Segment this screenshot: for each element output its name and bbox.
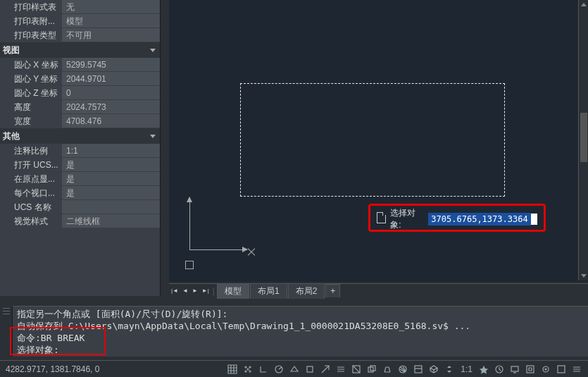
prop-print-style[interactable]: 打印样式表 无 [0,0,160,14]
prop-anno-scale[interactable]: 注释比例 1:1 [0,144,160,158]
customize-icon[interactable] [570,362,584,376]
prop-ucs-name[interactable]: UCS 名称 [0,200,160,214]
svg-rect-12 [511,366,518,371]
category-view[interactable]: 视图 [0,42,160,58]
prop-label: 圆心 X 坐标 [0,58,62,72]
prop-print-type[interactable]: 打印表类型 不可用 [0,28,160,42]
tab-last-icon[interactable]: ►| [200,288,211,294]
hatch-icon[interactable] [396,362,410,376]
prop-print-attach[interactable]: 打印表附... 模型 [0,14,160,28]
polar-icon[interactable] [272,362,286,376]
prop-value[interactable]: 0 [62,86,160,100]
ucs-x-axis-icon [189,249,247,250]
prop-label: 打印表附... [0,14,62,28]
status-scale[interactable]: 1:1 [458,362,475,376]
prop-value[interactable]: 模型 [62,14,160,28]
tab-prev-icon[interactable]: ◄ [180,288,190,294]
tab-model[interactable]: 模型 [217,283,249,299]
osnap-icon[interactable] [303,362,317,376]
prop-center-y[interactable]: 圆心 Y 坐标 2044.9701 [0,72,160,86]
prop-value[interactable]: 是 [62,172,160,186]
tab-add[interactable]: + [325,284,340,297]
prop-label: 每个视口... [0,186,62,200]
command-history-line: 命令:BR BREAK [17,332,584,344]
status-toggles: 1:1 [225,362,588,376]
annovis-icon[interactable] [477,362,491,376]
lineweight-icon[interactable] [334,362,348,376]
prop-label: 注释比例 [0,144,62,158]
prop-value[interactable]: 无 [62,0,160,14]
otrack-icon[interactable] [318,362,332,376]
annoscale-icon[interactable] [442,362,456,376]
tab-next-icon[interactable]: ► [190,288,200,294]
svg-point-1 [249,366,251,368]
svg-rect-16 [558,366,565,373]
command-prompt-line[interactable]: 选择对象: [17,344,584,356]
svg-point-15 [545,369,546,370]
prop-label: 高度 [0,100,62,114]
tab-first-icon[interactable]: |◄ [169,288,180,294]
isodraft-icon[interactable] [287,362,301,376]
prop-value[interactable]: 是 [62,158,160,172]
quickprops-icon[interactable] [411,362,425,376]
prop-value[interactable]: 2044.9701 [62,72,160,86]
prop-label: 打印样式表 [0,0,62,14]
annotation-highlight-tooltip: 选择对象: 3705.6765,1373.3364 [368,204,546,232]
command-history-line: 指定另一个角点或 [面积(A)/尺寸(D)/旋转(R)]: [17,308,584,320]
scroll-down-icon[interactable] [581,274,587,278]
prop-label: UCS 名称 [0,200,62,214]
status-coords[interactable]: 4282.9717, 1381.7846, 0 [0,364,105,374]
dyninput-icon[interactable] [380,362,394,376]
prop-width[interactable]: 宽度 4708.476 [0,114,160,128]
tab-layout1[interactable]: 布局1 [250,283,287,299]
ucs-origin-icon [185,261,194,269]
scroll-up-icon[interactable] [581,3,587,6]
workspace-icon[interactable] [492,362,506,376]
prop-value[interactable]: 1:1 [62,144,160,158]
prop-at-origin[interactable]: 在原点显... 是 [0,172,160,186]
prop-center-x[interactable]: 圆心 X 坐标 5299.5745 [0,58,160,72]
prop-visual-style[interactable]: 视觉样式 二维线框 [0,214,160,228]
scrollbar-vertical[interactable] [578,0,588,280]
isolate-icon[interactable] [539,362,553,376]
prop-label: 在原点显... [0,172,62,186]
prop-label: 圆心 Y 坐标 [0,72,62,86]
dynamic-input-tooltip[interactable]: 选择对象: 3705.6765,1373.3364 [377,211,537,227]
prop-label: 圆心 Z 坐标 [0,86,62,100]
cycling-icon[interactable] [365,362,379,376]
status-bar: 4282.9717, 1381.7846, 0 1:1 [0,360,588,377]
tooltip-prompt: 选择对象: [390,207,424,231]
prop-value[interactable]: 是 [62,186,160,200]
command-history-line: 自动保存到 C:\Users\mayn\AppData\Local\Temp\D… [17,320,584,332]
prop-height[interactable]: 高度 2024.7573 [0,100,160,114]
monitor-icon[interactable] [508,362,522,376]
prop-center-z[interactable]: 圆心 Z 坐标 0 [0,86,160,100]
category-other[interactable]: 其他 [0,128,160,144]
grid-icon[interactable] [225,362,239,376]
ucs-y-axis-icon [189,197,190,249]
prop-per-viewport[interactable]: 每个视口... 是 [0,186,160,200]
prop-label: 宽度 [0,114,62,128]
prop-value[interactable]: 4708.476 [62,114,160,128]
prop-value[interactable]: 不可用 [62,28,160,42]
scroll-thumb[interactable] [580,113,587,162]
transparency-icon[interactable] [349,362,363,376]
command-grip[interactable] [0,306,13,357]
selection-rectangle [240,83,505,197]
prop-value[interactable]: 5299.5745 [62,58,160,72]
folder-icon [377,215,386,223]
tooltip-value[interactable]: 3705.6765,1373.3364 [428,213,530,225]
tab-layout2[interactable]: 布局2 [288,283,325,299]
prop-value[interactable] [62,200,160,214]
hardware-icon[interactable] [523,362,537,376]
prop-value[interactable]: 2024.7573 [62,100,160,114]
text-caret-icon [531,214,537,225]
prop-open-ucs[interactable]: 打开 UCS... 是 [0,158,160,172]
snap-icon[interactable] [241,362,255,376]
cleanscreen-icon[interactable] [554,362,568,376]
command-line[interactable]: 指定另一个角点或 [面积(A)/尺寸(D)/旋转(R)]: 自动保存到 C:\U… [13,306,588,357]
model-icon[interactable] [427,362,441,376]
prop-value[interactable]: 二维线框 [62,214,160,228]
svg-point-3 [249,371,251,372]
ortho-icon[interactable] [256,362,270,376]
